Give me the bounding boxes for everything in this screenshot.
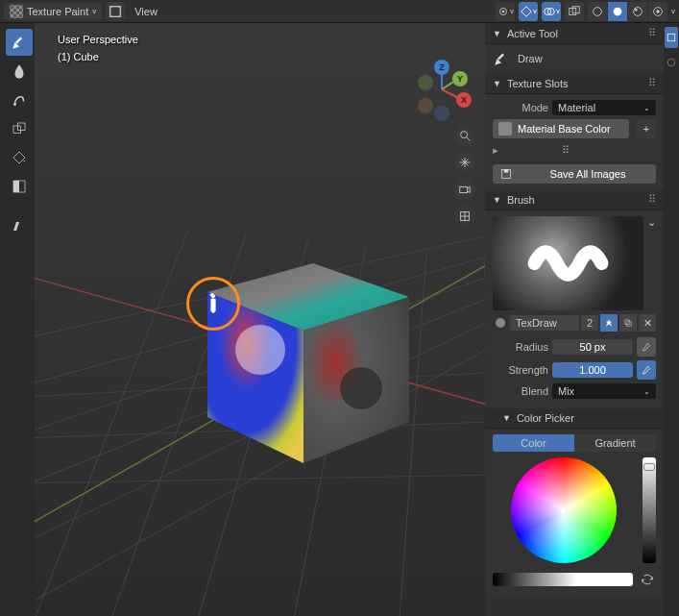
add-slot-button[interactable]: + <box>637 119 656 138</box>
brush-unlink-button[interactable] <box>619 314 637 332</box>
panel-title: Brush <box>507 194 535 206</box>
gizmo-z[interactable]: Z <box>434 60 449 75</box>
svg-rect-48 <box>497 54 504 61</box>
gizmo-neg-y[interactable] <box>418 98 433 113</box>
tool-annotate[interactable] <box>6 211 33 238</box>
brush-icon <box>493 315 508 331</box>
strength-pressure-toggle[interactable] <box>637 360 656 380</box>
radius-label: Radius <box>493 341 548 353</box>
viewport-3d[interactable]: User Perspective (1) Cube Z Y X <box>35 23 485 616</box>
color-swatch-bar[interactable] <box>493 573 633 586</box>
blend-dropdown[interactable]: Mix ⌄ <box>552 383 656 399</box>
texture-slot-item[interactable]: Material Base Color <box>493 119 629 138</box>
svg-point-7 <box>594 7 602 15</box>
tab-color[interactable]: Color <box>493 434 574 452</box>
panel-active-tool-header[interactable]: ▼ Active Tool ⠿ <box>485 23 664 44</box>
svg-point-12 <box>656 10 660 13</box>
tool-smear[interactable] <box>6 86 33 113</box>
nav-move[interactable] <box>454 152 475 173</box>
chevron-down-icon: ⌄ <box>643 387 650 396</box>
slot-mode-dropdown[interactable]: Material ⌄ <box>552 100 656 115</box>
nav-zoom[interactable] <box>454 125 475 146</box>
panel-options-icon[interactable]: ⠿ <box>648 193 656 206</box>
panel-options-icon[interactable]: ⠿ <box>648 77 656 89</box>
panel-texture-slots-header[interactable]: ▼ Texture Slots ⠿ <box>485 73 664 94</box>
tool-mask[interactable] <box>6 173 33 200</box>
tab-tool-settings[interactable] <box>665 27 678 48</box>
visibility-toggle[interactable]: v <box>496 2 515 21</box>
slot-prev-icon[interactable]: ▸ <box>493 144 498 157</box>
mode-dropdown[interactable]: Texture Paint v <box>4 3 102 20</box>
disclosure-triangle-icon: ▼ <box>493 79 501 88</box>
svg-rect-38 <box>209 292 215 298</box>
svg-line-43 <box>467 137 471 141</box>
svg-point-42 <box>461 132 468 138</box>
panel-title: Texture Slots <box>507 78 569 89</box>
gizmo-neg-x[interactable] <box>418 75 433 90</box>
strength-value[interactable]: 1.000 <box>552 362 633 378</box>
chevron-down-icon: v <box>92 7 96 15</box>
svg-point-8 <box>614 7 622 15</box>
tool-draw[interactable] <box>6 29 33 56</box>
gizmo-toggle[interactable]: v <box>519 2 538 21</box>
shading-material[interactable] <box>628 2 647 21</box>
perspective-label: User Perspective <box>58 31 138 48</box>
color-wheel-cursor[interactable] <box>560 506 568 514</box>
color-wheel[interactable] <box>511 457 617 563</box>
gizmo-neg-z[interactable] <box>434 106 449 121</box>
tool-soften[interactable] <box>6 58 33 85</box>
svg-point-14 <box>13 103 16 106</box>
nav-camera[interactable] <box>454 179 475 200</box>
panel-brush-header[interactable]: ▼ Brush ⠿ <box>485 189 664 210</box>
swap-colors-button[interactable] <box>639 571 656 588</box>
menu-view[interactable]: View <box>129 4 163 19</box>
svg-line-30 <box>484 259 485 616</box>
nav-perspective[interactable] <box>454 206 475 227</box>
gizmo-y[interactable]: Y <box>452 71 468 86</box>
shading-options-dropdown[interactable]: v <box>671 7 675 15</box>
radius-value[interactable]: 50 px <box>552 339 633 355</box>
mode-label: Texture Paint <box>27 6 88 17</box>
svg-rect-54 <box>667 34 675 41</box>
svg-rect-44 <box>460 186 468 192</box>
tab-view[interactable] <box>665 52 678 73</box>
save-all-images-button[interactable]: Save All Images <box>493 164 656 184</box>
tab-gradient[interactable]: Gradient <box>574 434 656 452</box>
svg-rect-13 <box>15 37 22 44</box>
overlay-toggle[interactable]: v <box>542 2 561 21</box>
brush-browse-dropdown[interactable]: ⌄ <box>647 216 656 229</box>
svg-point-2 <box>502 10 505 12</box>
radius-pressure-toggle[interactable] <box>637 337 656 357</box>
svg-point-10 <box>635 8 638 11</box>
fake-user-toggle[interactable] <box>600 314 618 332</box>
image-menu-icon[interactable] <box>106 2 125 21</box>
chevron-down-icon: ⌄ <box>643 104 650 112</box>
value-slider-handle[interactable] <box>643 463 655 471</box>
active-tool-name: Draw <box>518 53 543 64</box>
cube-object[interactable] <box>169 234 419 484</box>
svg-rect-16 <box>18 123 26 131</box>
brush-preview[interactable] <box>493 216 643 310</box>
value-slider[interactable] <box>643 457 656 563</box>
disclosure-triangle-icon: ▼ <box>502 413 511 423</box>
tool-clone[interactable] <box>6 115 33 142</box>
panel-options-icon[interactable]: ⠿ <box>648 27 656 39</box>
xray-toggle[interactable] <box>565 2 584 21</box>
svg-point-9 <box>634 7 643 15</box>
eyedropper-icon <box>198 288 228 318</box>
svg-point-36 <box>235 325 285 375</box>
gizmo-x[interactable]: X <box>456 92 472 108</box>
panel-color-picker-header[interactable]: ▼ Color Picker <box>485 408 664 429</box>
shading-wireframe[interactable] <box>588 2 607 21</box>
slot-grip-icon[interactable]: ⠿ <box>562 144 570 157</box>
shading-solid[interactable] <box>608 2 627 21</box>
svg-point-37 <box>340 367 382 409</box>
tool-fill[interactable] <box>6 144 33 171</box>
brush-name-field[interactable]: TexDraw <box>510 315 579 331</box>
viewport-info: User Perspective (1) Cube <box>58 31 138 65</box>
shading-rendered[interactable] <box>648 2 667 21</box>
svg-rect-0 <box>110 6 121 16</box>
axis-gizmo[interactable]: Z Y X <box>410 58 473 121</box>
brush-user-count[interactable]: 2 <box>581 315 598 331</box>
brush-delete-button[interactable]: ✕ <box>639 314 656 332</box>
